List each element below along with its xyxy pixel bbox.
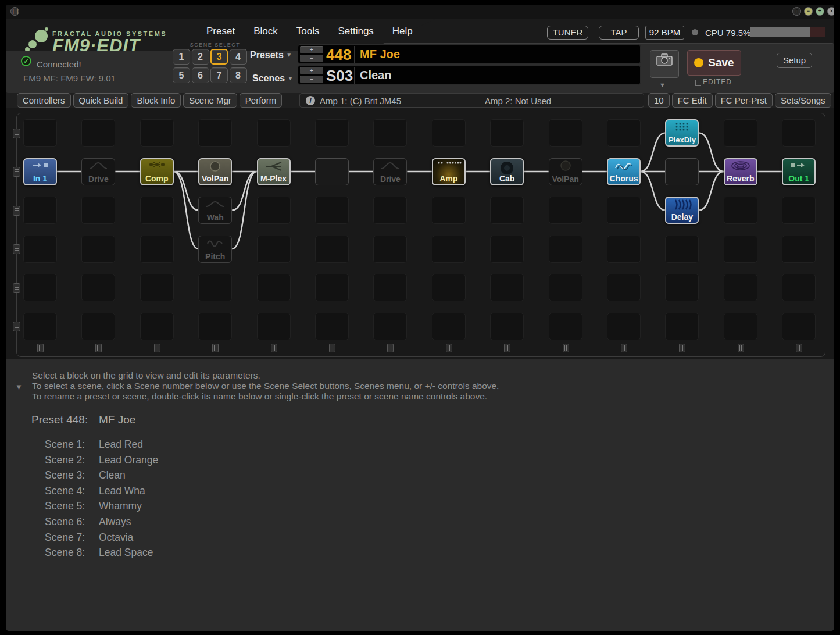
grid-cell[interactable] bbox=[315, 119, 349, 147]
grid-cell[interactable] bbox=[23, 119, 57, 147]
grid-cell[interactable] bbox=[81, 119, 115, 147]
window-close-button[interactable]: × bbox=[827, 7, 834, 16]
scene-select-button-6[interactable]: 6 bbox=[192, 67, 209, 83]
column-grip[interactable] bbox=[738, 344, 744, 352]
scene-list-name[interactable]: Octavia bbox=[99, 531, 133, 543]
block-chorus1[interactable]: Chorus bbox=[607, 158, 641, 185]
block-cab1[interactable]: Cab bbox=[490, 158, 524, 185]
scene-list-item-2[interactable]: Scene 2:Lead Orange bbox=[31, 452, 158, 468]
block-out1[interactable]: Out 1 bbox=[782, 158, 816, 185]
grid-cell[interactable] bbox=[607, 313, 641, 340]
column-grip[interactable] bbox=[387, 344, 394, 352]
grid-cell[interactable] bbox=[782, 274, 816, 301]
grid-cell[interactable] bbox=[257, 197, 291, 224]
column-grip[interactable] bbox=[621, 344, 627, 352]
block-comp1[interactable]: Comp bbox=[140, 158, 174, 185]
window-shade-button[interactable]: ▯ bbox=[792, 7, 801, 16]
scenes-dropdown[interactable]: Scenes ▼ bbox=[252, 73, 293, 84]
block-delay1[interactable]: Delay bbox=[665, 197, 699, 224]
row-input-grip[interactable] bbox=[13, 167, 20, 177]
toolbar-block-info[interactable]: Block Info bbox=[131, 93, 181, 108]
toolbar-fc-edit[interactable]: FC Edit bbox=[672, 93, 713, 108]
menu-help[interactable]: Help bbox=[392, 26, 413, 37]
preset-list-name[interactable]: MF Joe bbox=[99, 413, 135, 426]
column-grip[interactable] bbox=[212, 344, 219, 352]
grid-cell[interactable] bbox=[724, 236, 757, 263]
toolbar-10[interactable]: 10 bbox=[648, 93, 670, 108]
presets-dropdown[interactable]: Presets ▼ bbox=[250, 50, 292, 60]
column-grip[interactable] bbox=[329, 344, 335, 352]
grid-cell[interactable] bbox=[23, 236, 57, 263]
block-volpan1[interactable]: VolPan bbox=[198, 158, 232, 185]
scene-select-button-8[interactable]: 8 bbox=[230, 67, 247, 83]
scene-select-button-1[interactable]: 1 bbox=[173, 49, 190, 65]
scene-list-item-5[interactable]: Scene 5:Whammy bbox=[31, 498, 158, 514]
grid-cell[interactable] bbox=[490, 236, 524, 263]
grid-cell[interactable] bbox=[23, 197, 57, 224]
grid-cell[interactable] bbox=[81, 274, 115, 301]
row-input-grip[interactable] bbox=[13, 206, 20, 216]
grid-cell[interactable] bbox=[373, 274, 407, 301]
column-grip[interactable] bbox=[679, 344, 685, 352]
grid-cell[interactable] bbox=[607, 274, 641, 301]
scene-list-item-7[interactable]: Scene 7:Octavia bbox=[31, 530, 158, 545]
block-drive1[interactable]: Drive bbox=[81, 158, 115, 185]
scene-list-name[interactable]: Whammy bbox=[99, 500, 142, 512]
grid-cell[interactable] bbox=[782, 313, 816, 340]
grid-cell[interactable] bbox=[315, 313, 349, 340]
column-grip[interactable] bbox=[271, 344, 277, 352]
scene-list-item-3[interactable]: Scene 3:Clean bbox=[31, 468, 158, 483]
grid-cell[interactable] bbox=[724, 274, 757, 301]
grid-cell[interactable] bbox=[23, 274, 57, 301]
grid-cell[interactable] bbox=[490, 313, 524, 340]
toolbar-scene-mgr[interactable]: Scene Mgr bbox=[183, 93, 237, 108]
column-grip[interactable] bbox=[446, 344, 452, 352]
grid-cell[interactable] bbox=[549, 119, 582, 147]
scene-list-name[interactable]: Always bbox=[99, 516, 131, 527]
grid-cell[interactable] bbox=[665, 274, 699, 301]
column-grip[interactable] bbox=[796, 344, 802, 352]
menu-block[interactable]: Block bbox=[253, 26, 278, 37]
menu-tools[interactable]: Tools bbox=[296, 26, 320, 37]
setup-button[interactable]: Setup bbox=[777, 53, 812, 68]
grid-cell[interactable] bbox=[81, 313, 115, 340]
block-shunt2[interactable] bbox=[665, 158, 699, 185]
row-input-grip[interactable] bbox=[13, 244, 20, 254]
block-amp1b[interactable]: Amp bbox=[432, 158, 466, 185]
grid-cell[interactable] bbox=[315, 197, 349, 224]
window-menu-button[interactable]: ❘❘ bbox=[10, 7, 19, 16]
grid-cell[interactable] bbox=[140, 274, 174, 301]
scene-list-item-8[interactable]: Scene 8:Lead Space bbox=[31, 545, 158, 561]
grid-cell[interactable] bbox=[198, 274, 232, 301]
grid-cell[interactable] bbox=[782, 119, 816, 147]
bpm-display[interactable]: 92 BPM bbox=[645, 26, 684, 40]
grid-cell[interactable] bbox=[432, 313, 466, 340]
scene-list-name[interactable]: Lead Wha bbox=[99, 485, 145, 497]
column-grip[interactable] bbox=[95, 344, 102, 352]
block-shunt1[interactable] bbox=[315, 158, 349, 185]
grid-cell[interactable] bbox=[724, 119, 757, 147]
block-volpan2[interactable]: VolPan bbox=[549, 158, 582, 185]
grid-cell[interactable] bbox=[257, 313, 291, 340]
grid-cell[interactable] bbox=[665, 236, 699, 263]
scene-list-item-4[interactable]: Scene 4:Lead Wha bbox=[31, 483, 158, 499]
row-input-grip[interactable] bbox=[13, 129, 20, 138]
save-button[interactable]: Save bbox=[687, 50, 741, 76]
grid-cell[interactable] bbox=[81, 197, 115, 224]
grid-cell[interactable] bbox=[432, 274, 466, 301]
grid-cell[interactable] bbox=[140, 119, 174, 147]
block-drive2[interactable]: Drive bbox=[373, 158, 407, 185]
snapshot-menu-arrow[interactable]: ▼ bbox=[659, 81, 666, 88]
tap-button[interactable]: TAP bbox=[599, 26, 639, 40]
scene-list-item-6[interactable]: Scene 6:Always bbox=[31, 514, 158, 530]
scene-name[interactable]: Clean bbox=[360, 69, 391, 82]
scene-list-name[interactable]: Lead Orange bbox=[99, 454, 158, 466]
grid-cell[interactable] bbox=[198, 313, 232, 340]
window-minimize-button[interactable]: − bbox=[804, 7, 813, 16]
scene-list-name[interactable]: Lead Red bbox=[99, 438, 143, 450]
grid-cell[interactable] bbox=[490, 274, 524, 301]
scene-display[interactable]: + − S03 Clean bbox=[298, 65, 641, 85]
scene-select-button-7[interactable]: 7 bbox=[210, 67, 228, 83]
grid-cell[interactable] bbox=[724, 197, 757, 224]
grid-cell[interactable] bbox=[257, 236, 291, 263]
